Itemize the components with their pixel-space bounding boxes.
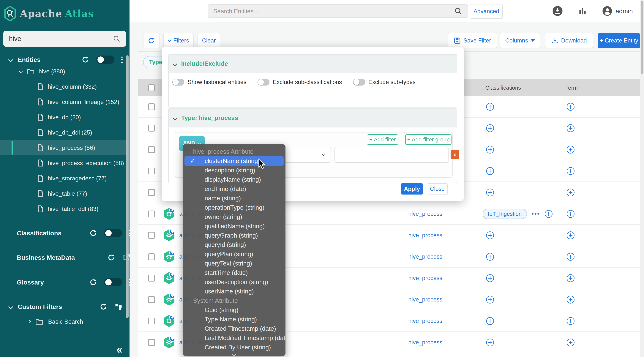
dropdown-item-owner[interactable]: owner (string) xyxy=(182,212,286,222)
sidebar-collapse-button[interactable]: « xyxy=(116,343,122,356)
dropdown-item-qualifiedName[interactable]: qualifiedName (string) xyxy=(182,222,286,231)
dropdown-item-userName[interactable]: userName (string) xyxy=(182,287,286,296)
include-exclude-header[interactable]: Include/Exclude xyxy=(169,54,457,73)
add-classification-icon[interactable] xyxy=(486,338,494,346)
row-checkbox[interactable] xyxy=(148,246,155,267)
select-all-checkbox[interactable] xyxy=(148,79,155,96)
global-search-input[interactable]: Search Entities... xyxy=(208,4,468,18)
add-classification-icon[interactable] xyxy=(486,124,494,132)
sidebar-item-hive_column[interactable]: hive_column (332) xyxy=(0,79,127,94)
glossary-toggle[interactable] xyxy=(104,278,122,286)
column-header-classifications[interactable]: Classifications xyxy=(477,79,529,96)
dropdown-item-queryId[interactable]: queryId (string) xyxy=(182,240,286,250)
add-term-icon[interactable] xyxy=(567,146,574,154)
entity-type-link[interactable]: hive_process xyxy=(408,268,442,288)
close-button[interactable]: Close xyxy=(427,183,448,194)
dropdown-item-queryPlan[interactable]: queryPlan (string) xyxy=(182,250,286,259)
dropdown-item-clusterName[interactable]: ✓clusterName (string) xyxy=(184,156,284,166)
row-checkbox[interactable] xyxy=(148,182,155,203)
dropdown-item-endTime[interactable]: endTime (date) xyxy=(182,184,286,194)
refresh-icon[interactable] xyxy=(89,278,97,286)
dropdown-item-startTime[interactable]: startTime (date) xyxy=(182,268,286,278)
entity-type-link[interactable]: hive_process xyxy=(408,225,442,246)
dropdown-item-Created[interactable]: Created By User (string) xyxy=(182,343,286,352)
sidebar-section-classifications[interactable]: Classifications xyxy=(0,226,144,241)
refresh-icon[interactable] xyxy=(100,303,107,310)
entity-type-link[interactable]: hive_process xyxy=(408,203,442,224)
row-checkbox[interactable] xyxy=(148,353,155,357)
kebab-menu-icon[interactable] xyxy=(129,279,130,286)
column-header-term[interactable]: Term xyxy=(560,79,583,96)
advanced-search-button[interactable]: Advanced xyxy=(470,4,503,19)
entities-toggle[interactable] xyxy=(96,56,114,64)
sidebar-item-hive_storagedesc[interactable]: hive_storagedesc (77) xyxy=(0,171,127,186)
add-classification-icon[interactable] xyxy=(545,210,552,218)
add-term-icon[interactable] xyxy=(567,188,574,196)
add-term-icon[interactable] xyxy=(567,296,574,304)
kebab-menu-icon[interactable] xyxy=(121,56,122,63)
hierarchy-icon[interactable] xyxy=(114,302,122,311)
row-checkbox[interactable] xyxy=(148,310,155,332)
download-icon[interactable] xyxy=(552,6,563,16)
add-term-icon[interactable] xyxy=(567,232,574,239)
refresh-icon[interactable] xyxy=(82,56,89,64)
row-checkbox[interactable] xyxy=(148,289,155,310)
sidebar-section-glossary[interactable]: Glossary xyxy=(0,275,144,290)
refresh-icon[interactable] xyxy=(89,229,97,237)
row-checkbox[interactable] xyxy=(148,139,155,160)
toggle-exclude-subclassifications[interactable]: Exclude sub-classifications xyxy=(258,79,342,86)
dropdown-item-queryText[interactable]: queryText (string) xyxy=(182,259,286,268)
entity-type-link[interactable]: hive_process xyxy=(408,289,442,310)
entity-type-link[interactable]: hive_process xyxy=(408,353,442,357)
entity-type-link[interactable]: hive_process xyxy=(408,310,442,332)
search-icon[interactable] xyxy=(454,7,462,15)
row-checkbox[interactable] xyxy=(148,160,155,182)
add-classification-icon[interactable] xyxy=(486,232,494,239)
add-classification-icon[interactable] xyxy=(486,188,494,196)
clear-filters-button[interactable]: Clear xyxy=(198,33,220,48)
dropdown-scroll-more-icon[interactable] xyxy=(182,353,286,356)
dropdown-item-name[interactable]: name (string) xyxy=(182,194,286,203)
row-checkbox[interactable] xyxy=(148,332,155,353)
dropdown-item-userDescription[interactable]: userDescription (string) xyxy=(182,278,286,287)
toggle-show-historical[interactable]: Show historical entities xyxy=(172,79,246,86)
save-filter-button[interactable]: Save Filter xyxy=(448,33,497,48)
dropdown-item-queryGraph[interactable]: queryGraph (string) xyxy=(182,231,286,240)
filters-button[interactable]: Filters xyxy=(163,33,194,48)
user-menu[interactable]: admin xyxy=(602,6,633,16)
remove-filter-button[interactable]: x xyxy=(450,150,459,159)
refresh-results-button[interactable] xyxy=(143,33,160,48)
dropdown-item-Created[interactable]: Created Timestamp (date) xyxy=(182,324,286,333)
add-term-icon[interactable] xyxy=(567,167,574,175)
page-scrollbar[interactable] xyxy=(640,0,644,357)
dropdown-item-displayName[interactable]: displayName (string) xyxy=(182,175,286,184)
type-section-header[interactable]: Type: hive_process xyxy=(169,109,457,128)
dropdown-item-description[interactable]: description (string) xyxy=(182,166,286,175)
add-classification-icon[interactable] xyxy=(486,103,494,111)
filter-value-input[interactable] xyxy=(334,147,448,163)
dropdown-item-operationType[interactable]: operationType (string) xyxy=(182,203,286,212)
row-checkbox[interactable] xyxy=(148,225,155,246)
add-classification-icon[interactable] xyxy=(486,253,494,261)
add-term-icon[interactable] xyxy=(567,103,574,111)
add-classification-icon[interactable] xyxy=(486,274,494,282)
sidebar-item-hive_process_execution[interactable]: hive_process_execution (58) xyxy=(0,156,127,171)
entity-type-link[interactable]: hive_process xyxy=(408,246,442,267)
row-checkbox[interactable] xyxy=(148,268,155,288)
dropdown-item-Type[interactable]: Type Name (string) xyxy=(182,315,286,324)
row-checkbox[interactable] xyxy=(148,96,155,117)
more-classifications[interactable]: ••• xyxy=(532,211,540,217)
add-term-icon[interactable] xyxy=(567,124,574,132)
dropdown-item-Last[interactable]: Last Modified Timestamp (date) xyxy=(182,333,286,343)
add-term-icon[interactable] xyxy=(567,210,574,218)
sidebar-section-business-metadata[interactable]: Business MetaData xyxy=(0,250,144,265)
add-term-icon[interactable] xyxy=(567,253,574,261)
add-term-icon[interactable] xyxy=(567,274,574,282)
sidebar-item-hive_process[interactable]: hive_process (56) xyxy=(0,140,127,156)
toggle-exclude-subtypes[interactable]: Exclude sub-types xyxy=(353,79,416,86)
sidebar-item-hive_column_lineage[interactable]: hive_column_lineage (152) xyxy=(0,94,127,110)
sidebar-search-input[interactable]: hive_ xyxy=(3,31,126,47)
classification-chip[interactable]: IoT_Ingestion xyxy=(483,209,527,219)
apply-button[interactable]: Apply xyxy=(401,183,423,194)
row-checkbox[interactable] xyxy=(148,203,155,224)
